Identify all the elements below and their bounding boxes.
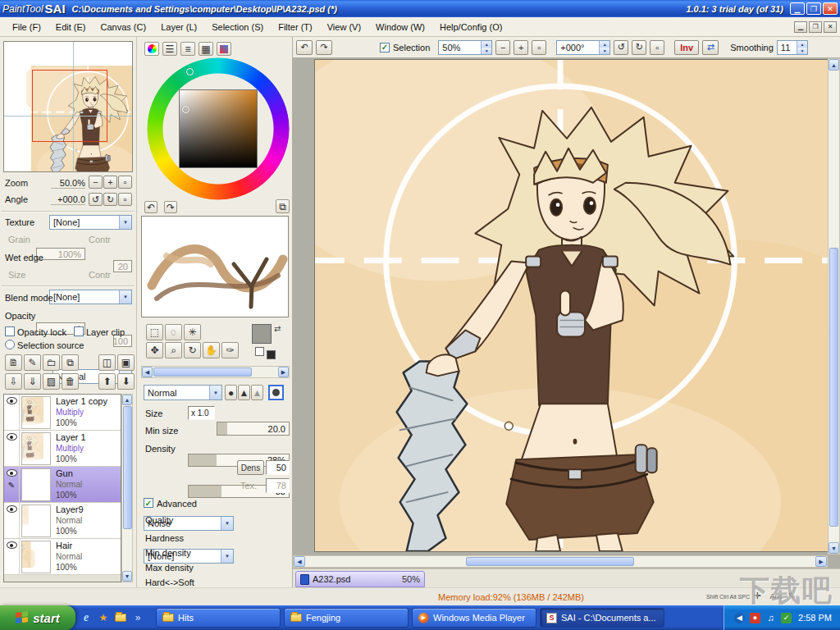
secondary-color-swatch[interactable] xyxy=(267,350,276,359)
scrollbar-thumb[interactable] xyxy=(153,368,252,377)
size-unit-toggle[interactable]: x 1.0 xyxy=(188,406,215,420)
nav-rotate-cw-button[interactable]: ↻ xyxy=(103,193,117,206)
selection-source-checkbox[interactable] xyxy=(5,340,15,349)
rotate-tool[interactable]: ↻ xyxy=(184,342,201,358)
menu-filter[interactable]: Filter (T) xyxy=(271,20,320,34)
new-layer-button[interactable]: 🗎 xyxy=(5,354,22,371)
layer-row-layer1copy[interactable]: Layer 1 copyMultiply100% xyxy=(4,395,121,431)
layer-visibility-icon[interactable] xyxy=(7,397,17,404)
layer-mask-button[interactable]: ◫ xyxy=(98,354,116,371)
mdi-restore-button[interactable]: ❐ xyxy=(809,21,822,33)
layer-visibility-icon[interactable] xyxy=(7,541,17,549)
minimize-button[interactable]: ▁ xyxy=(790,2,805,15)
view-rotate-ccw-button[interactable]: ↺ xyxy=(614,40,628,55)
scroll-right-icon[interactable]: ▶ xyxy=(278,367,289,377)
foreground-color-swatch[interactable] xyxy=(252,324,272,344)
close-button[interactable]: ✕ xyxy=(823,2,838,15)
clear-layer-button[interactable]: ▨ xyxy=(43,373,60,390)
view-rotate-cw-button[interactable]: ↻ xyxy=(632,40,646,55)
view-zoom-out-button[interactable]: − xyxy=(495,40,510,55)
quicklaunch-ie-icon[interactable]: e xyxy=(80,611,93,624)
document-tab[interactable]: A232.psd 50% xyxy=(295,571,425,587)
layer-row-hair[interactable]: HairNormal100% xyxy=(4,539,121,575)
tray-hide-icons-icon[interactable]: ◀ xyxy=(734,613,745,623)
new-layer-set-button[interactable]: 🗀 xyxy=(43,354,60,371)
spinner-icon[interactable]: ▲▼ xyxy=(797,41,807,54)
hand-tool[interactable]: ✋ xyxy=(203,342,220,358)
brush-shape-circle-icon[interactable]: ● xyxy=(225,385,237,400)
lasso-tool[interactable]: ◌ xyxy=(165,324,182,340)
layer-down-button[interactable]: ⬇ xyxy=(117,373,135,390)
nav-rotate-ccw-button[interactable]: ↺ xyxy=(89,193,103,206)
layer-visibility-icon[interactable] xyxy=(7,469,17,477)
invert-view-button[interactable]: Inv xyxy=(674,40,699,55)
layer-row-layer1[interactable]: Layer 1Multiply100% xyxy=(4,431,121,467)
navigator-preview[interactable] xyxy=(3,41,133,172)
color-history-forward-icon[interactable]: ↷ xyxy=(164,201,177,213)
menu-canvas[interactable]: Canvas (C) xyxy=(94,20,154,34)
menu-view[interactable]: View (V) xyxy=(320,20,368,34)
nav-angle-reset-button[interactable]: ▫ xyxy=(118,193,132,206)
color-scratchpad[interactable] xyxy=(141,216,289,317)
view-angle-reset-button[interactable]: ▫ xyxy=(650,40,664,55)
wet-edge-dropdown[interactable]: [None]▼ xyxy=(49,290,132,304)
selection-checkbox[interactable]: ✓ xyxy=(380,43,390,52)
new-linework-layer-button[interactable]: ✎ xyxy=(24,354,41,371)
scrollbar-thumb[interactable] xyxy=(466,557,634,566)
taskbar-button-sai[interactable]: S SAI - C:\Documents a... xyxy=(540,608,664,628)
swatches-toggle-icon[interactable] xyxy=(217,42,231,56)
tool-tray-scrollbar[interactable]: ◀ ▶ xyxy=(141,366,290,378)
layer-clip-checkbox[interactable] xyxy=(74,326,84,336)
layer-visibility-icon[interactable] xyxy=(7,505,17,513)
taskbar-button-fengjing[interactable]: Fengjing xyxy=(284,608,409,628)
rgb-slider-toggle-icon[interactable]: ☰ xyxy=(162,42,177,56)
texture-dropdown[interactable]: [None]▼ xyxy=(49,215,132,230)
start-button[interactable]: start xyxy=(0,605,75,630)
view-zoom-reset-button[interactable]: ▫ xyxy=(532,40,546,55)
color-history-back-icon[interactable]: ↶ xyxy=(144,201,158,213)
view-zoom-in-button[interactable]: + xyxy=(514,40,528,55)
brush-size-slider[interactable]: 20.0 xyxy=(217,422,290,436)
spinner-icon[interactable]: ▲▼ xyxy=(599,41,609,54)
layer-list-scrollbar[interactable]: ▲ ▼ xyxy=(121,394,133,582)
nav-zoom-in-button[interactable]: + xyxy=(103,176,117,189)
mdi-close-button[interactable]: ✕ xyxy=(824,21,837,33)
maximize-button[interactable]: ❐ xyxy=(806,2,821,15)
scroll-left-icon[interactable]: ◀ xyxy=(142,367,153,377)
tex-value-box[interactable]: 78 xyxy=(266,478,290,493)
scroll-up-icon[interactable]: ▲ xyxy=(122,395,132,405)
delete-layer-button[interactable]: 🗑 xyxy=(62,373,79,390)
view-zoom-combo[interactable]: 50% ▲▼ xyxy=(438,40,492,55)
hsv-slider-toggle-icon[interactable]: ≡ xyxy=(180,42,195,56)
scroll-down-icon[interactable]: ▼ xyxy=(122,571,132,582)
menu-layer[interactable]: Layer (L) xyxy=(153,20,204,34)
taskbar-button-hits[interactable]: Hits xyxy=(156,608,281,628)
scroll-down-icon[interactable]: ▼ xyxy=(829,542,839,554)
menu-edit[interactable]: Edit (E) xyxy=(48,20,94,34)
layer-extra-button[interactable]: ▣ xyxy=(117,354,135,371)
taskbar-clock[interactable]: 2:58 PM xyxy=(798,613,832,623)
flip-horizontal-icon[interactable]: ⇄ xyxy=(702,40,719,55)
tray-antivirus-icon[interactable]: ✓ xyxy=(781,613,792,623)
view-angle-combo[interactable]: +000° ▲▼ xyxy=(556,40,610,55)
merge-down-button[interactable]: ⇓ xyxy=(24,373,41,390)
undo-icon[interactable]: ↶ xyxy=(296,40,313,55)
advanced-checkbox[interactable]: ✓ xyxy=(144,498,153,508)
spinner-icon[interactable]: ▲▼ xyxy=(481,41,491,54)
layer-up-button[interactable]: ⬆ xyxy=(98,373,116,390)
rect-select-tool[interactable]: ⬚ xyxy=(146,324,163,340)
opacity-lock-checkbox[interactable] xyxy=(5,326,15,336)
scrollbar-thumb[interactable] xyxy=(829,248,838,527)
zoom-tool[interactable]: ⌕ xyxy=(165,342,182,358)
dens-button[interactable]: Dens xyxy=(237,460,264,475)
move-tool[interactable]: ✥ xyxy=(146,342,163,358)
canvas-hscrollbar[interactable]: ◀ ▶ xyxy=(293,555,828,568)
menu-window[interactable]: Window (W) xyxy=(368,20,432,34)
tray-volume-icon[interactable]: ♫ xyxy=(765,613,776,623)
transfer-down-button[interactable]: ⇩ xyxy=(5,373,22,390)
quicklaunch-star-icon[interactable]: ★ xyxy=(97,611,110,624)
redo-icon[interactable]: ↷ xyxy=(316,40,332,55)
color-wheel-toggle-icon[interactable] xyxy=(144,42,159,56)
magic-wand-tool[interactable]: ✳ xyxy=(184,324,201,340)
smoothing-combo[interactable]: 11 ▲▼ xyxy=(777,40,808,55)
